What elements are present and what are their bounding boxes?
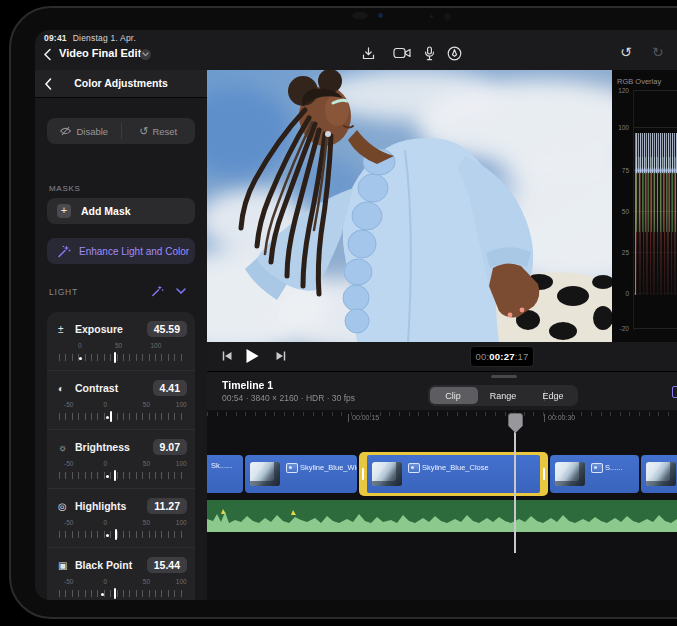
status-bar: 09:41Dienstag 1. Apr. xyxy=(44,33,136,43)
disable-button[interactable]: Disable xyxy=(47,118,121,144)
screenshot-root: { "status_bar": {"time": "09:41", "date"… xyxy=(0,0,677,626)
clip-skyline-blue-wide[interactable]: Skyline_Blue_Wide xyxy=(245,455,357,493)
timeline-meta: 00:54 · 3840 × 2160 · HDR · 30 fps xyxy=(222,393,355,403)
rgb-waveform xyxy=(635,133,677,295)
enhance-light-color-button[interactable]: Enhance Light and Color xyxy=(47,238,195,264)
slider-default-dot xyxy=(106,475,109,478)
brightness-slider[interactable]: -50 0 50 100 xyxy=(59,460,186,486)
project-title-menu[interactable] xyxy=(140,49,151,60)
video-preview[interactable] xyxy=(207,70,612,342)
clip-thumbnail xyxy=(646,462,676,486)
slider-default-dot xyxy=(106,534,109,537)
timeline-header: Timeline 1 00:54 · 3840 × 2160 · HDR · 3… xyxy=(207,372,677,410)
ruler-label: 00:00:15 xyxy=(348,414,379,422)
eye-off-icon xyxy=(59,126,72,136)
reset-button[interactable]: ↺ Reset xyxy=(122,118,196,144)
app-screen: 09:41Dienstag 1. Apr. Video Final Edit xyxy=(35,30,677,600)
front-camera-lens xyxy=(378,13,383,18)
clip-thumbnail xyxy=(250,462,280,486)
exposure-icon: ± xyxy=(58,324,75,335)
exposure-row: ± Exposure 45.59 0 50 100 xyxy=(47,312,195,370)
clip-right-partial[interactable] xyxy=(641,455,677,493)
scope-title: RGB Overlay xyxy=(617,77,661,86)
exposure-value[interactable]: 45.59 xyxy=(147,321,187,337)
slider-default-dot xyxy=(79,357,82,360)
playhead-line[interactable] xyxy=(514,432,516,553)
status-time: 09:41 xyxy=(44,33,67,43)
black-point-slider[interactable]: -50 0 50 100 xyxy=(59,578,186,600)
slider-current-marker[interactable] xyxy=(115,529,117,540)
trim-handle-right[interactable] xyxy=(543,468,545,480)
contrast-icon: ◐ xyxy=(58,383,75,394)
auto-enhance-icon[interactable] xyxy=(151,284,164,297)
highlights-row: ◎ Highlights 11.27 -50 0 50 100 xyxy=(47,488,195,547)
skip-forward-icon[interactable] xyxy=(275,350,287,362)
panel-title: Color Adjustments xyxy=(35,77,207,89)
timeline-ruler[interactable]: 00:00:15 00:00:30 xyxy=(207,412,677,432)
mode-clip[interactable]: Clip xyxy=(428,391,478,401)
masks-section-label: MASKS xyxy=(49,184,81,193)
clipped-option-icon[interactable] xyxy=(672,386,677,398)
back-button[interactable] xyxy=(43,48,52,61)
collapse-chevron-icon[interactable] xyxy=(176,288,186,294)
clip-s-partial[interactable]: S...... xyxy=(550,455,639,493)
redo-button[interactable]: ↻ xyxy=(652,44,664,60)
color-adjustments-panel: Color Adjustments Disable ↺ Reset MASKS … xyxy=(35,70,208,600)
contrast-value[interactable]: 4.41 xyxy=(153,380,187,396)
contrast-slider[interactable]: -50 0 50 100 xyxy=(59,401,186,427)
media-icon xyxy=(408,463,420,473)
black-point-value[interactable]: 15.44 xyxy=(147,557,187,573)
slider-default-dot xyxy=(106,416,109,419)
slider-current-marker[interactable] xyxy=(114,352,116,363)
rgb-overlay-scope: RGB Overlay 120 100 75 50 25 0 -20 xyxy=(612,70,677,342)
light-sliders-card: ± Exposure 45.59 0 50 100 xyxy=(47,312,195,600)
brightness-value[interactable]: 9.07 xyxy=(153,439,187,455)
panel-header: Color Adjustments xyxy=(35,70,207,98)
microphone-icon[interactable] xyxy=(423,46,436,61)
panel-drag-handle[interactable] xyxy=(491,375,517,378)
transport-bar: 00:00:27:17 xyxy=(207,342,677,372)
exposure-slider[interactable]: 0 50 100 xyxy=(59,342,186,368)
import-icon[interactable] xyxy=(361,46,376,61)
plus-icon: + xyxy=(57,204,71,218)
ruler-label: 00:00:30 xyxy=(544,414,575,422)
clip-skyline-partial[interactable]: Sk...... xyxy=(207,455,243,493)
timeline-title: Timeline 1 xyxy=(222,379,273,391)
contrast-row: ◐ Contrast 4.41 -50 0 50 100 xyxy=(47,370,195,429)
highlights-slider[interactable]: -50 0 50 100 xyxy=(59,519,186,545)
mode-range[interactable]: Range xyxy=(478,391,528,401)
slider-current-marker[interactable] xyxy=(114,588,116,599)
camera-sensor-dot xyxy=(430,15,433,18)
black-point-icon: ▣ xyxy=(58,560,75,571)
audio-waveform xyxy=(207,500,677,532)
clip-skyline-blue-close-selected[interactable]: Skyline_Blue_Close xyxy=(359,452,548,496)
mode-edge[interactable]: Edge xyxy=(528,391,578,401)
slider-default-dot xyxy=(101,593,104,596)
highlights-icon: ◎ xyxy=(58,501,75,512)
black-point-row: ▣ Black Point 15.44 -50 0 50 100 xyxy=(47,547,195,600)
media-icon xyxy=(286,463,298,473)
light-section-header: LIGHT xyxy=(35,284,207,300)
undo-button[interactable]: ↺ xyxy=(620,44,632,60)
timeline[interactable]: 00:00:15 00:00:30 Sk...... Skyline_Blue_… xyxy=(207,410,677,600)
clip-thumbnail xyxy=(555,462,585,486)
media-icon xyxy=(591,463,603,473)
camera-icon[interactable] xyxy=(393,46,412,60)
brightness-row: ☼ Brightness 9.07 -50 0 50 100 xyxy=(47,429,195,488)
play-button[interactable] xyxy=(245,348,260,364)
edit-mode-segmented-control: Clip Range Edge xyxy=(428,385,578,406)
front-camera-oval xyxy=(352,12,368,19)
clip-thumbnail xyxy=(372,462,402,486)
disable-reset-group: Disable ↺ Reset xyxy=(47,118,195,144)
audio-track[interactable] xyxy=(207,500,677,532)
skip-back-icon[interactable] xyxy=(221,350,233,362)
slider-current-marker[interactable] xyxy=(110,411,112,422)
slider-current-marker[interactable] xyxy=(114,470,116,481)
highlights-value[interactable]: 11.27 xyxy=(147,498,187,514)
draw-tool-icon[interactable] xyxy=(447,46,462,61)
top-bar: 09:41Dienstag 1. Apr. Video Final Edit xyxy=(35,30,677,71)
timecode-display[interactable]: 00:00:27:17 xyxy=(470,346,534,367)
add-mask-button[interactable]: + Add Mask xyxy=(47,198,195,224)
trim-handle-left[interactable] xyxy=(362,468,364,480)
reset-icon: ↺ xyxy=(139,125,148,138)
